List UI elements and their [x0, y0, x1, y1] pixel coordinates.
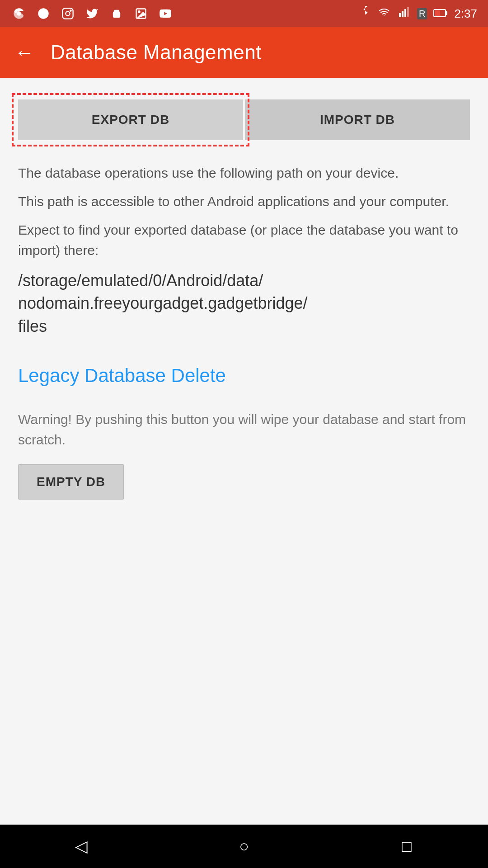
battery-icon: [433, 7, 448, 21]
svg-rect-15: [446, 11, 447, 15]
recent-nav-button[interactable]: □: [393, 833, 420, 860]
legacy-title: Legacy Database Delete: [18, 365, 470, 387]
export-db-button[interactable]: EXPORT DB: [18, 99, 243, 140]
app-bar: ← Database Management: [0, 27, 488, 78]
home-nav-button[interactable]: ○: [230, 833, 258, 860]
wifi-icon: [377, 7, 391, 21]
import-db-button[interactable]: IMPORT DB: [245, 99, 470, 140]
svg-rect-2: [62, 8, 73, 19]
svg-point-3: [66, 11, 70, 15]
svg-rect-11: [402, 11, 404, 17]
fist-icon: [108, 5, 125, 22]
chrome-icon: [11, 5, 27, 22]
time-display: 2:37: [454, 7, 477, 21]
image-icon: [133, 5, 149, 22]
svg-rect-16: [435, 10, 440, 16]
svg-rect-10: [399, 13, 401, 17]
svg-rect-12: [404, 9, 406, 17]
info-text-1: The database operations use the followin…: [18, 163, 470, 183]
youtube-icon: [157, 5, 174, 22]
svg-point-8: [138, 11, 140, 13]
signal-icon: [397, 7, 411, 21]
back-button[interactable]: ←: [14, 42, 34, 62]
status-icons-left: [11, 5, 174, 22]
back-nav-button[interactable]: ◁: [68, 833, 95, 860]
status-bar: R 2:37: [0, 0, 488, 27]
info-text-2: This path is accessible to other Android…: [18, 191, 470, 212]
svg-point-4: [70, 10, 71, 11]
twitter-icon: [84, 5, 100, 22]
svg-point-1: [38, 8, 48, 19]
info-text-3: Expect to find your exported database (o…: [18, 220, 470, 260]
app-bar-title: Database Management: [51, 41, 262, 64]
main-content: EXPORT DB IMPORT DB The database operati…: [0, 78, 488, 512]
export-btn-wrapper: EXPORT DB: [18, 99, 243, 140]
empty-db-button[interactable]: EMPTY DB: [18, 464, 124, 500]
instagram-icon: [60, 5, 76, 22]
circle-icon: [35, 5, 52, 22]
svg-rect-13: [407, 7, 409, 17]
bluetooth-icon: [361, 6, 371, 22]
nav-bar: ◁ ○ □: [0, 825, 488, 868]
storage-path: /storage/emulated/0/Android/data/nodomai…: [18, 269, 470, 338]
db-buttons-row: EXPORT DB IMPORT DB: [18, 99, 470, 140]
warning-text: Warning! By pushing this button you will…: [18, 409, 470, 450]
roaming-icon: R: [417, 8, 427, 19]
status-icons-right: R 2:37: [361, 6, 477, 22]
svg-rect-6: [114, 10, 119, 13]
